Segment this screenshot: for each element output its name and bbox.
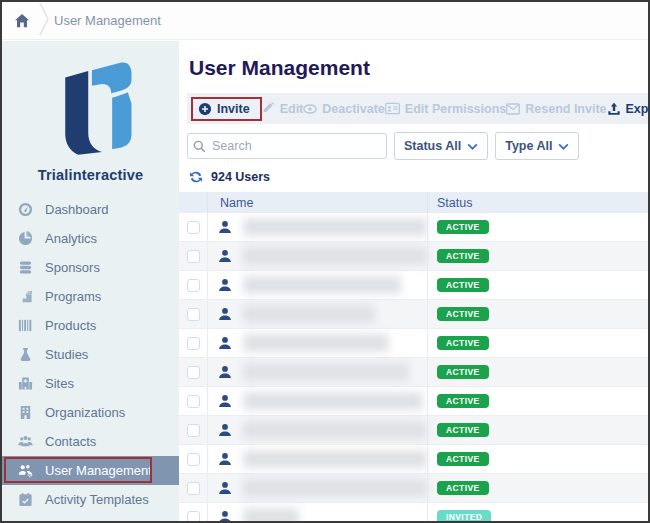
row-checkbox[interactable] (187, 337, 200, 350)
programs-icon (17, 289, 34, 304)
home-icon[interactable] (14, 13, 30, 29)
row-checkbox-cell (179, 482, 207, 495)
search-input[interactable] (187, 133, 387, 159)
row-status-cell: ACTIVE (428, 242, 648, 270)
row-checkbox[interactable] (187, 279, 200, 292)
table-row[interactable]: ACTIVE (179, 445, 648, 474)
status-badge: ACTIVE (437, 394, 489, 409)
dashboard-icon (17, 202, 34, 217)
table-row[interactable]: ACTIVE (179, 213, 648, 242)
edit-button[interactable]: Edit (262, 102, 304, 116)
row-status-cell: ACTIVE (428, 300, 648, 328)
row-checkbox[interactable] (187, 424, 200, 437)
row-checkbox-cell (179, 366, 207, 379)
status-badge: ACTIVE (437, 481, 489, 496)
refresh-icon[interactable] (189, 170, 203, 184)
table-row[interactable]: ACTIVE (179, 271, 648, 300)
row-checkbox[interactable] (187, 453, 200, 466)
user-icon (218, 336, 232, 350)
user-icon (218, 394, 232, 408)
row-name-cell (207, 329, 428, 357)
header-status[interactable]: Status (428, 192, 648, 213)
deactivate-button[interactable]: Deactivate (303, 102, 385, 116)
table-header: Name Status (179, 192, 648, 213)
row-name-cell (207, 271, 428, 299)
row-name-cell (207, 445, 428, 473)
row-checkbox-cell (179, 424, 207, 437)
user-icon (218, 278, 232, 292)
sidebar-item-sponsors[interactable]: Sponsors (2, 253, 179, 282)
table-row[interactable]: ACTIVE (179, 358, 648, 387)
breadcrumb-separator-icon (38, 2, 50, 40)
row-status-cell: ACTIVE (428, 387, 648, 415)
row-checkbox-cell (179, 337, 207, 350)
products-icon (17, 318, 34, 333)
status-badge: ACTIVE (437, 365, 489, 380)
row-checkbox[interactable] (187, 482, 200, 495)
invite-button[interactable]: Invite (198, 102, 250, 116)
row-checkbox[interactable] (187, 221, 200, 234)
status-badge: ACTIVE (437, 307, 489, 322)
sidebar-item-analytics[interactable]: Analytics (2, 224, 179, 253)
sidebar-item-label: Contacts (45, 434, 96, 449)
row-checkbox-cell (179, 453, 207, 466)
type-filter-dropdown[interactable]: Type All (495, 132, 579, 160)
export-button[interactable]: Export (607, 102, 648, 116)
sidebar-nav: Dashboard Analytics Sponsors Programs (2, 195, 179, 514)
analytics-icon (17, 231, 34, 246)
user-management-icon (17, 463, 34, 478)
user-icon (218, 220, 232, 234)
chevron-down-icon (467, 143, 478, 150)
status-badge: ACTIVE (437, 423, 489, 438)
table-row[interactable]: ACTIVE (179, 416, 648, 445)
redacted-name (243, 276, 401, 294)
main-content: User Management Invite Edit Deactivate E… (179, 41, 648, 521)
organizations-icon (17, 405, 34, 420)
table-row[interactable]: ACTIVE (179, 329, 648, 358)
row-checkbox[interactable] (187, 395, 200, 408)
redacted-name (243, 218, 427, 236)
redacted-name (243, 305, 375, 323)
export-icon (607, 102, 621, 116)
user-icon (218, 481, 232, 495)
table-row[interactable]: ACTIVE (179, 300, 648, 329)
sidebar-item-organizations[interactable]: Organizations (2, 398, 179, 427)
sidebar-item-activity-templates[interactable]: Activity Templates (2, 485, 179, 514)
sidebar-item-contacts[interactable]: Contacts (2, 427, 179, 456)
row-name-cell (207, 213, 428, 241)
sidebar-item-label: Organizations (45, 405, 125, 420)
sidebar-item-products[interactable]: Products (2, 311, 179, 340)
sidebar-item-sites[interactable]: Sites (2, 369, 179, 398)
status-filter-dropdown[interactable]: Status All (394, 132, 488, 160)
row-checkbox[interactable] (187, 308, 200, 321)
sidebar-item-label: Dashboard (45, 202, 109, 217)
row-status-cell: INVITED (428, 503, 648, 521)
table-row[interactable]: ACTIVE (179, 474, 648, 503)
sidebar-item-user-management[interactable]: User Management (2, 456, 179, 485)
row-checkbox[interactable] (187, 250, 200, 263)
row-checkbox[interactable] (187, 366, 200, 379)
breadcrumb[interactable]: User Management (54, 13, 161, 28)
activity-templates-icon (17, 492, 34, 507)
sidebar-item-label: Studies (45, 347, 88, 362)
resend-invite-button[interactable]: Resend Invite (506, 102, 606, 116)
table-row[interactable]: INVITED (179, 503, 648, 521)
edit-permissions-button[interactable]: Edit Permissions (385, 102, 506, 116)
sidebar-item-studies[interactable]: Studies (2, 340, 179, 369)
user-icon (218, 307, 232, 321)
sidebar: Trialinteractive Dashboard Analytics Spo (2, 41, 179, 521)
sidebar-item-programs[interactable]: Programs (2, 282, 179, 311)
filter-row: Status All Type All (187, 132, 648, 160)
redacted-name (243, 334, 389, 352)
table-row[interactable]: ACTIVE (179, 387, 648, 416)
contacts-icon (17, 434, 34, 449)
row-checkbox-cell (179, 279, 207, 292)
header-name[interactable]: Name (207, 192, 428, 213)
row-checkbox[interactable] (187, 511, 200, 522)
sidebar-item-dashboard[interactable]: Dashboard (2, 195, 179, 224)
page-title: User Management (189, 56, 648, 80)
row-name-cell (207, 300, 428, 328)
table-row[interactable]: ACTIVE (179, 242, 648, 271)
redacted-name (243, 421, 427, 439)
search-icon (193, 139, 206, 157)
